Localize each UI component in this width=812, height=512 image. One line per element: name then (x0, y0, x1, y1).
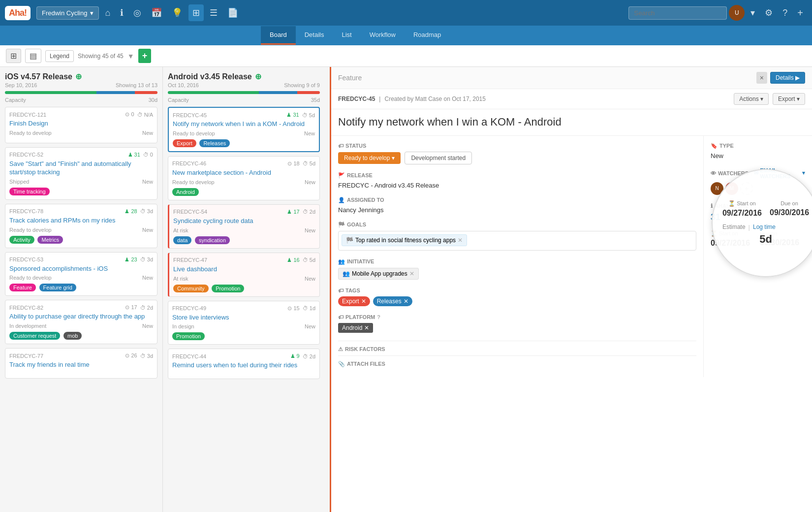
status-next-btn[interactable]: Development started (405, 152, 472, 164)
remove-platform-tag[interactable]: ✕ (364, 324, 369, 331)
assigned-value: Nancy Jennings (338, 206, 696, 214)
add-ios-btn[interactable]: ⊕ (75, 72, 82, 81)
aha-logo: Aha! (5, 6, 31, 20)
card-fredcyc-45[interactable]: FREDCYC-45 ♟ 31 ⏱ 5d Notify my network w… (168, 107, 320, 152)
grid-view-btn[interactable]: ⊞ (6, 49, 21, 63)
card-fredcyc-121[interactable]: FREDCYC-121 ⊙ 0 ⏱ N/A Finish Design Read… (5, 107, 157, 143)
tag-customer-request: Customer request (9, 332, 60, 340)
tag-releases-detail: Releases ✕ (373, 296, 412, 306)
calendar-icon-btn[interactable]: 📅 (147, 4, 166, 21)
remove-export-tag[interactable]: ✕ (361, 298, 366, 305)
card-fredcyc-49[interactable]: FREDCYC-49 ⊙ 15 ⏱ 1d Store live intervie… (168, 301, 320, 345)
remove-goal-btn[interactable]: ✕ (458, 237, 463, 244)
initiative-group: 👥 Initiative 👥 Mobile App upgrades ✕ (338, 258, 696, 280)
feature-id: FREDCYC-45 (338, 96, 375, 102)
type-value: New (711, 152, 805, 160)
tab-workflow[interactable]: Workflow (361, 26, 405, 45)
help-icon-btn[interactable]: ? (779, 5, 791, 21)
detail-right: 🔖 Type New 👁 Watchers | ✉ Email watchers (704, 136, 812, 377)
card-fredcyc-44[interactable]: FREDCYC-44 ♟ 9 ⏱ 2d Remind users when to… (168, 349, 320, 379)
top-nav: Aha! Fredwin Cycling ▾ ⌂ ℹ ◎ 📅 💡 ⊞ ☰ 📄 U… (0, 0, 812, 26)
card-fredcyc-52[interactable]: FREDCYC-52 ♟ 31 ⏱ 0 Save "Start" and "Fi… (5, 147, 157, 200)
card-fredcyc-82[interactable]: FREDCYC-82 ⊙ 17 ⏱ 2d Ability to purchase… (5, 300, 157, 344)
type-group: 🔖 Type New (711, 143, 805, 160)
attach-section: 📎 Attach files (338, 355, 696, 367)
lightbulb-icon-btn[interactable]: 💡 (168, 4, 187, 21)
card-fredcyc-78[interactable]: FREDCYC-78 ♟ 28 ⏱ 3d Track calories and … (5, 204, 157, 248)
legend-btn[interactable]: Legend (45, 50, 74, 62)
circle-due-value: 09/30/2016 (770, 208, 809, 217)
tags-container: Export ✕ Releases ✕ (338, 296, 696, 306)
release-group: 🚩 Release FREDCYC - Android v3.45 Releas… (338, 172, 696, 189)
status-value-btn[interactable]: Ready to develop ▾ (338, 152, 401, 164)
add-android-btn[interactable]: ⊕ (255, 72, 261, 81)
circle-inner: ⏳ Start on 09/27/2016 Due on 09/30/2016 (713, 191, 812, 256)
circle-estimate-row: Estimate | Log time (722, 224, 809, 231)
filter-icon: ▼ (127, 52, 134, 60)
add-feature-btn[interactable]: + (138, 49, 152, 63)
close-panel-btn[interactable]: × (756, 72, 767, 84)
assigned-group: 👤 Assigned to Nancy Jennings (338, 197, 696, 214)
assigned-label: 👤 Assigned to (338, 197, 696, 203)
tag-promotion: Promotion (212, 285, 244, 292)
avatar-dropdown-btn[interactable]: ▾ (747, 4, 759, 21)
product-dropdown[interactable]: Fredwin Cycling ▾ (36, 6, 99, 20)
export-btn[interactable]: Export ▾ (773, 93, 805, 105)
home-icon-btn[interactable]: ⌂ (101, 5, 114, 21)
status-group: 🏷 Status Ready to develop ▾ Development … (338, 143, 696, 164)
feature-title: Notify my network when I win a KOM - And… (331, 109, 812, 136)
tab-list[interactable]: List (333, 26, 360, 45)
card-fredcyc-77[interactable]: FREDCYC-77 ⊙ 26 ⏱ 3d Track my friends in… (5, 348, 157, 379)
list-icon-btn[interactable]: ☰ (206, 4, 221, 21)
cap-blue (96, 91, 135, 94)
document-icon-btn[interactable]: 📄 (223, 4, 242, 21)
capacity-bar-android (168, 91, 320, 94)
tag-community: Community (173, 285, 209, 292)
goal-tag: 🏁 Top rated in social fitness cycling ap… (342, 234, 467, 246)
type-label: 🔖 Type (711, 143, 805, 149)
people-icon: ♟ 17 (287, 209, 299, 215)
tag-time-tracking: Time tracking (9, 188, 50, 195)
circle-start-block: ⏳ Start on 09/27/2016 (722, 200, 762, 218)
release-label: 🚩 Release (338, 172, 696, 179)
circle-due-block: Due on 09/30/2016 (770, 200, 809, 218)
target-icon-btn[interactable]: ◎ (129, 4, 145, 21)
col-title-ios: iOS v4.57 Release ⊕ (5, 72, 157, 81)
cap-red (297, 91, 320, 94)
tags-group: 🏷 Tags Export ✕ Releases ✕ (338, 288, 696, 306)
showing-count: Showing 45 of 45 (78, 53, 124, 60)
log-time-btn[interactable]: Log time (753, 224, 776, 230)
people-icon: ♟ 16 (287, 257, 299, 263)
tag-feature-grid: Feature grid (39, 284, 76, 291)
platform-label: 🏷 Platform ? (338, 314, 696, 320)
remove-initiative-btn[interactable]: ✕ (409, 270, 414, 277)
card-fredcyc-46[interactable]: FREDCYC-46 ⊙ 18 ⏱ 5d New marketplace sec… (168, 156, 320, 200)
estimate-value: 5d (722, 233, 809, 246)
tag-data: data (173, 236, 191, 244)
remove-releases-tag[interactable]: ✕ (404, 298, 408, 305)
people-icon: ♟ 31 (128, 152, 140, 158)
info-icon-btn[interactable]: ℹ (116, 4, 127, 21)
settings-icon-btn[interactable]: ⚙ (761, 4, 777, 21)
board-area: iOS v4.57 Release ⊕ Sep 10, 2016 Showing… (0, 67, 330, 512)
grid-icon-btn[interactable]: ⊞ (188, 4, 204, 21)
list-view-btn[interactable]: ▤ (25, 49, 41, 63)
actions-btn[interactable]: Actions ▾ (734, 93, 769, 105)
goals-group: 🏁 Goals 🏁 Top rated in social fitness cy… (338, 222, 696, 251)
detail-header: Feature × Details ▶ (331, 67, 812, 89)
card-fredcyc-53[interactable]: FREDCYC-53 ♟ 23 ⏱ 3d Sponsored accomplis… (5, 252, 157, 296)
tab-roadmap[interactable]: Roadmap (405, 26, 450, 45)
card-fredcyc-54[interactable]: FREDCYC-54 ♟ 17 ⏱ 2d Syndicate cycling r… (168, 204, 320, 249)
tag-export-detail: Export ✕ (338, 296, 370, 306)
tags-label: 🏷 Tags (338, 288, 696, 293)
goals-container[interactable]: 🏁 Top rated in social fitness cycling ap… (338, 231, 696, 251)
card-fredcyc-47[interactable]: FREDCYC-47 ♟ 16 ⏱ 5d Live dashboard At r… (168, 253, 320, 297)
tab-board[interactable]: Board (261, 26, 296, 45)
add-icon-btn[interactable]: + (793, 4, 807, 22)
feature-panel-label: Feature (338, 74, 362, 82)
product-name: Fredwin Cycling (42, 9, 87, 17)
search-input[interactable] (628, 6, 727, 20)
details-btn[interactable]: Details ▶ (770, 72, 805, 84)
tab-details[interactable]: Details (296, 26, 333, 45)
attach-label: 📎 Attach files (338, 361, 696, 367)
